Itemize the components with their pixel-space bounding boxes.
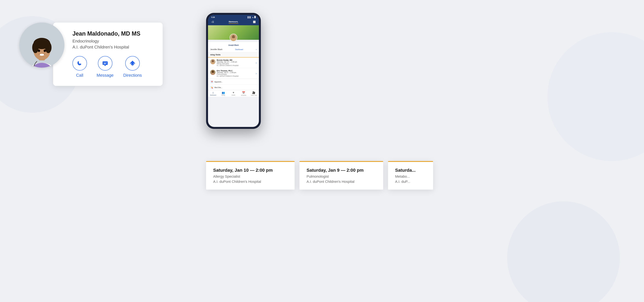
med-icon: 💊 bbox=[210, 86, 214, 89]
svg-point-30 bbox=[212, 70, 214, 73]
visit-info-2: Eric Thomas, PA-C Saturday, Jan 9 — 2:00… bbox=[217, 70, 254, 77]
user-name: Jennifer Black bbox=[210, 48, 222, 50]
dashboard-icon: ⌂ bbox=[212, 91, 214, 94]
patient-name: Joseph Black bbox=[208, 42, 259, 47]
appt-hospital-2: A.I. duPont Children's Hospital bbox=[306, 180, 376, 184]
family-nav-label: Family bbox=[222, 94, 225, 96]
section-header: ming Visits bbox=[208, 52, 259, 58]
doctor-specialty: Endocrinology bbox=[72, 39, 154, 44]
appt-card-1[interactable]: Saturday, Jan 10 — 2:00 pm Allergy Speci… bbox=[206, 161, 295, 190]
appt-date-1: Saturday, Jan 10 — 2:00 pm bbox=[213, 168, 288, 173]
visit-doc-avatar-1 bbox=[210, 59, 216, 64]
doctor-name: Jean Maldonado, MD MS bbox=[72, 30, 154, 37]
user-switch-row[interactable]: Jennifer Black Dashboard › bbox=[208, 47, 259, 52]
action-buttons: Call Message bbox=[72, 56, 154, 78]
visit-date-2: Saturday, Jan 9 — 2:00 pm bbox=[217, 72, 254, 74]
visit-chevron-1: › bbox=[256, 62, 257, 64]
doctor-hospital: A.I. duPont Children's Hospital bbox=[72, 44, 154, 50]
appointment-cards-row: Saturday, Jan 10 — 2:00 pm Allergy Speci… bbox=[206, 161, 433, 190]
svg-point-13 bbox=[44, 50, 46, 52]
phone-hero bbox=[208, 25, 259, 40]
visit-doc-name-1: Bonnie Hudak, MD bbox=[217, 59, 254, 61]
dashboard-link[interactable]: Dashboard bbox=[235, 49, 243, 50]
phone-nav-bar: ‹ ☰ Nemours. ⬜ bbox=[208, 19, 259, 25]
svg-rect-16 bbox=[102, 61, 108, 65]
health-nav-label: Health bbox=[232, 94, 235, 96]
call-icon-circle bbox=[72, 56, 87, 70]
svg-point-10 bbox=[32, 42, 39, 53]
visit-item-1[interactable]: Bonnie Hudak, MD Saturday, Jan 10 — 2:00… bbox=[208, 58, 259, 68]
family-icon: 👥 bbox=[222, 91, 225, 94]
nav-dashboard[interactable]: ⌂ Dashboard bbox=[208, 91, 218, 96]
appt-date-2: Saturday, Jan 9 — 2:00 pm bbox=[306, 168, 376, 173]
appt-specialty-3: Metabo... bbox=[395, 174, 426, 178]
dashboard-nav-label: Dashboard bbox=[210, 94, 216, 96]
message-label: Message bbox=[96, 73, 114, 78]
visit-specialty-2: Pulmonologist bbox=[217, 74, 254, 75]
med-text: Med She... bbox=[214, 87, 222, 88]
directions-icon-circle bbox=[125, 56, 140, 70]
video-nav-label: Video Visit bbox=[251, 94, 257, 96]
app-logo: Nemours. bbox=[214, 20, 253, 24]
video-icon: 🎥 bbox=[252, 91, 255, 94]
sidebar-appointment[interactable]: 📅 Appointm... bbox=[208, 79, 259, 84]
phone-mockup: 3:28 ▌▌▌ ▲ ▉ ‹ ☰ Nemours. ⬜ bbox=[206, 13, 261, 129]
visit-info-1: Bonnie Hudak, MD Saturday, Jan 10 — 2:00… bbox=[217, 59, 254, 66]
chevron-right-icon: › bbox=[256, 48, 257, 50]
visit-doc-avatar-2 bbox=[210, 70, 216, 75]
appt-specialty-2: Pulmonologist bbox=[306, 174, 376, 178]
appt-date-3: Saturda... bbox=[395, 168, 426, 173]
call-button[interactable]: Call bbox=[72, 56, 87, 78]
svg-point-12 bbox=[38, 50, 40, 52]
svg-marker-17 bbox=[104, 65, 106, 66]
appointment-text: Appointm... bbox=[214, 81, 223, 83]
hamburger-icon[interactable]: ☰ bbox=[212, 20, 214, 23]
nav-family[interactable]: 👥 Family bbox=[218, 91, 228, 96]
visit-hospital-2: A.I. duPont Children's Hospital bbox=[217, 75, 254, 77]
battery-icon: ▉ bbox=[254, 16, 256, 18]
appt-hospital-3: A.I. duP... bbox=[395, 180, 426, 184]
directions-button[interactable]: Directions bbox=[123, 56, 142, 78]
call-label: Call bbox=[76, 73, 84, 78]
patient-avatar bbox=[230, 34, 237, 42]
visit-specialty-1: Allergy Specialist bbox=[217, 63, 254, 64]
status-bar: 3:28 ▌▌▌ ▲ ▉ bbox=[208, 15, 259, 19]
message-icon-circle bbox=[98, 56, 112, 70]
doctor-avatar bbox=[19, 22, 64, 68]
signal-icon: ▌▌▌ bbox=[248, 16, 251, 18]
nav-schedule[interactable]: 📅 Schedule bbox=[238, 91, 249, 96]
svg-point-11 bbox=[45, 42, 52, 53]
phone-frame: 3:28 ▌▌▌ ▲ ▉ ‹ ☰ Nemours. ⬜ bbox=[206, 13, 261, 129]
visit-doc-name-2: Eric Thomas, PA-C bbox=[217, 70, 254, 72]
svg-rect-20 bbox=[104, 64, 106, 64]
svg-point-25 bbox=[231, 38, 236, 41]
svg-point-3 bbox=[507, 201, 620, 302]
message-button[interactable]: Message bbox=[96, 56, 114, 78]
nav-video[interactable]: 🎥 Video Visit bbox=[249, 91, 259, 96]
visit-chevron-2: › bbox=[256, 72, 257, 75]
appt-card-2[interactable]: Saturday, Jan 9 — 2:00 pm Pulmonologist … bbox=[300, 161, 383, 190]
appt-card-3[interactable]: Saturda... Metabo... A.I. duP... bbox=[388, 161, 433, 190]
health-icon: ♥ bbox=[233, 91, 234, 94]
visit-hospital-1: A.I. duPont Children's Hospital bbox=[217, 64, 254, 66]
svg-point-14 bbox=[40, 54, 44, 56]
svg-point-2 bbox=[548, 32, 644, 161]
bottom-nav: ⌂ Dashboard 👥 Family ♥ Health 📅 Schedule… bbox=[208, 90, 259, 97]
appt-hospital-1: A.I. duPont Children's Hospital bbox=[213, 180, 288, 184]
svg-rect-18 bbox=[104, 63, 105, 63]
visit-item-2[interactable]: Eric Thomas, PA-C Saturday, Jan 9 — 2:00… bbox=[208, 68, 259, 79]
schedule-icon: 📅 bbox=[242, 91, 245, 94]
nav-health[interactable]: ♥ Health bbox=[228, 91, 238, 96]
sidebar-med[interactable]: 💊 Med She... bbox=[208, 84, 259, 90]
tablet-icon[interactable]: ⬜ bbox=[253, 20, 256, 23]
directions-label: Directions bbox=[123, 73, 142, 78]
doctor-section: Jean Maldonado, MD MS Endocrinology A.I.… bbox=[19, 22, 162, 86]
doctor-card: Jean Maldonado, MD MS Endocrinology A.I.… bbox=[53, 22, 162, 86]
time-display: 3:28 bbox=[211, 16, 215, 18]
svg-point-27 bbox=[212, 60, 214, 62]
schedule-nav-label: Schedule bbox=[241, 94, 246, 96]
appt-specialty-1: Allergy Specialist bbox=[213, 174, 288, 178]
svg-rect-19 bbox=[105, 63, 106, 63]
appointment-icon: 📅 bbox=[210, 80, 214, 84]
wifi-icon: ▲ bbox=[252, 16, 254, 18]
